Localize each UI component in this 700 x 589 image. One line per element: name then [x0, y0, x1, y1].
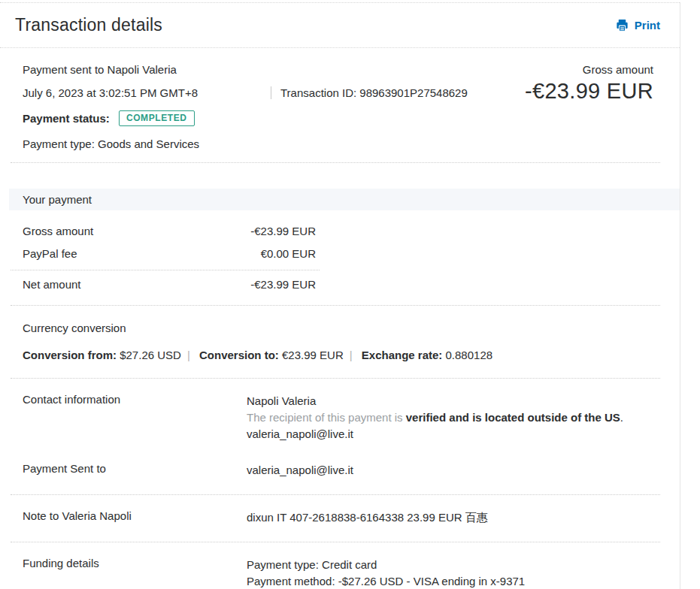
contact-information-value: Napoli Valeria The recipient of this pay… [247, 393, 623, 443]
net-amount-divider [11, 270, 320, 270]
note-label: Note to Valeria Napoli [23, 509, 247, 526]
gross-amount-value: -€23.99 EUR [525, 79, 653, 104]
row-value: -€23.99 EUR [250, 225, 316, 237]
recipient-note-bold: verified and is located outside of the U… [406, 411, 620, 424]
contact-information-row: Contact information Napoli Valeria The r… [23, 393, 680, 443]
conversion-separator: | [187, 349, 190, 361]
gross-amount-label: Gross amount [525, 63, 653, 76]
payment-type-line: Payment type: Goods and Services [23, 137, 468, 150]
payment-sent-to-line: Payment sent to Napoli Valeria [23, 63, 468, 76]
payment-status-line: Payment status: COMPLETED [23, 110, 468, 126]
funding-line-payment-type: Payment type: Credit card [247, 557, 577, 573]
section-divider [11, 494, 660, 495]
print-label: Print [635, 19, 660, 32]
section-divider [11, 378, 660, 379]
contact-name: Napoli Valeria [247, 393, 623, 409]
transaction-id: Transaction ID: 98963901P27548629 [280, 86, 468, 99]
exchange-rate-value: 0.880128 [446, 349, 493, 361]
summary-right: Gross amount -€23.99 EUR [525, 63, 653, 150]
transaction-details-card: Transaction details Print Payment sent t… [0, 2, 680, 589]
date-text: July 6, 2023 at 3:02:51 PM GMT+8 [23, 86, 271, 99]
row-value: -€23.99 EUR [250, 278, 316, 291]
your-payment-rows: Gross amount -€23.99 EUR PayPal fee €0.0… [0, 210, 680, 295]
section-divider [11, 305, 660, 306]
recipient-note-gray: The recipient of this payment is [247, 411, 406, 424]
payment-row-net: Net amount -€23.99 EUR [23, 278, 316, 295]
page-title: Transaction details [15, 15, 162, 35]
row-label: PayPal fee [23, 247, 77, 260]
section-divider [11, 162, 660, 163]
contact-email: valeria_napoli@live.it [247, 426, 623, 443]
payment-sent-to-value: valeria_napoli@live.it [247, 462, 353, 479]
row-value: €0.00 EUR [261, 247, 316, 260]
funding-details-label: Funding details [23, 557, 247, 589]
note-row: Note to Valeria Napoli dixun IT 407-2618… [23, 509, 680, 526]
recipient-note: The recipient of this payment is verifie… [247, 409, 623, 426]
vertical-separator [271, 86, 271, 99]
currency-conversion-heading: Currency conversion [23, 322, 680, 334]
funding-details-value: Payment type: Credit card Payment method… [247, 557, 577, 589]
payment-sent-to-label: Payment Sent to [23, 462, 247, 479]
note-value: dixun IT 407-2618838-6164338 23.99 EUR 百… [247, 509, 488, 526]
section-divider [11, 542, 660, 542]
conversion-to-value: €23.99 EUR [282, 349, 344, 361]
payment-row-fee: PayPal fee €0.00 EUR [23, 247, 316, 260]
conversion-separator: | [350, 349, 353, 361]
summary-left: Payment sent to Napoli Valeria July 6, 2… [23, 63, 468, 150]
status-badge: COMPLETED [119, 110, 195, 126]
conversion-to-label: Conversion to: [199, 349, 279, 361]
currency-conversion-line: Conversion from: $27.26 USD| Conversion … [23, 349, 680, 361]
print-button[interactable]: Print [615, 18, 660, 32]
payment-status-label: Payment status: [23, 112, 110, 125]
printer-icon [615, 18, 629, 32]
payment-row-gross: Gross amount -€23.99 EUR [23, 225, 316, 237]
exchange-rate-label: Exchange rate: [362, 349, 443, 361]
page-header: Transaction details Print [0, 3, 680, 48]
your-payment-heading: Your payment [9, 189, 680, 210]
date-line: July 6, 2023 at 3:02:51 PM GMT+8 Transac… [23, 86, 468, 99]
summary-section: Payment sent to Napoli Valeria July 6, 2… [0, 48, 680, 162]
contact-information-label: Contact information [23, 393, 247, 443]
payment-sent-to-row: Payment Sent to valeria_napoli@live.it [23, 462, 680, 479]
conversion-from-value: $27.26 USD [120, 349, 181, 361]
funding-details-row: Funding details Payment type: Credit car… [23, 557, 680, 589]
conversion-from-label: Conversion from: [23, 349, 117, 361]
funding-line-payment-method: Payment method: -$27.26 USD - VISA endin… [247, 573, 577, 589]
recipient-note-period: . [620, 411, 623, 424]
row-label: Gross amount [23, 225, 93, 237]
row-label: Net amount [23, 278, 81, 291]
